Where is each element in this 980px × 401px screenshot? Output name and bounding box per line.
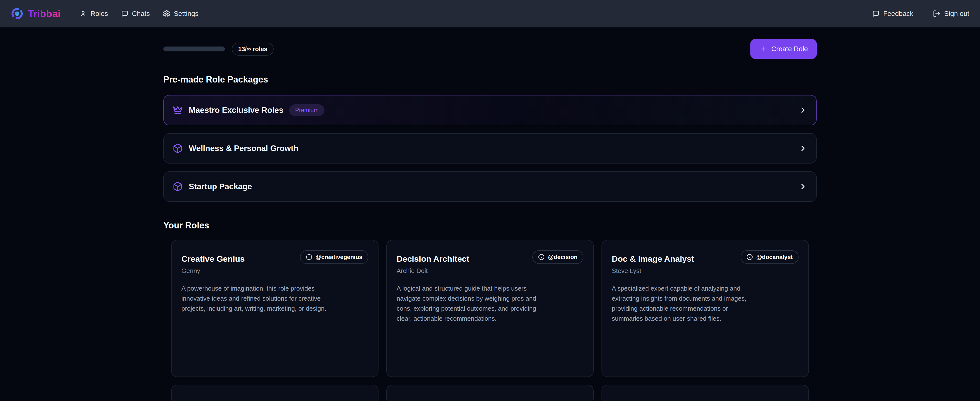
chat-bubble-icon: [872, 10, 880, 18]
top-navbar: Tribbai Roles Chats Settings Feedba: [0, 0, 980, 27]
chat-bubble-icon: [121, 10, 129, 18]
role-subtitle: Genny: [181, 267, 245, 275]
feedback-button[interactable]: Feedback: [872, 10, 913, 18]
chevron-right-icon: [799, 144, 807, 153]
package-row-maestro[interactable]: Maestro Exclusive Roles Premium: [163, 95, 817, 125]
your-roles-heading: Your Roles: [163, 220, 817, 231]
package-title: Startup Package: [189, 182, 252, 191]
sign-out-button[interactable]: Sign out: [933, 10, 969, 18]
brand-name: Tribbai: [28, 8, 60, 19]
package-icon: [173, 143, 183, 153]
package-title: Wellness & Personal Growth: [189, 144, 299, 153]
info-icon: [746, 254, 753, 260]
premium-badge: Premium: [289, 104, 325, 116]
sign-out-label: Sign out: [944, 10, 969, 18]
main-content: 13/∞ roles Create Role Pre-made Role Pac…: [163, 27, 817, 401]
card-header: Creative Genius Genny @creativegenius: [181, 250, 368, 275]
brand-logo[interactable]: Tribbai: [11, 7, 60, 20]
role-title: Doc & Image Analyst: [612, 254, 694, 264]
packages-heading: Pre-made Role Packages: [163, 74, 817, 85]
role-handle-badge[interactable]: @creativegenius: [300, 250, 368, 264]
card-header: Doc & Image Analyst Steve Lyst @docanaly…: [612, 250, 799, 275]
role-handle: @creativegenius: [316, 254, 363, 260]
sign-out-icon: [933, 10, 941, 18]
next-cards-row-cutoff: [163, 385, 817, 401]
role-title: Decision Architect: [396, 254, 469, 264]
nav-item-label: Chats: [132, 10, 150, 18]
role-handle-badge[interactable]: @docanalyst: [741, 250, 799, 264]
primary-nav: Roles Chats Settings: [79, 10, 199, 18]
role-handle: @decision: [548, 254, 578, 260]
role-description: A logical and structured guide that help…: [396, 283, 543, 324]
role-subtitle: Steve Lyst: [612, 267, 694, 275]
navbar-right: Feedback Sign out: [872, 10, 969, 18]
gear-icon: [162, 10, 170, 18]
roles-usage-progress-bar: [163, 46, 225, 51]
plus-icon: [759, 45, 767, 53]
info-icon: [306, 254, 312, 260]
package-list: Maestro Exclusive Roles Premium Wellness…: [163, 95, 817, 202]
role-handle-badge[interactable]: @decision: [532, 250, 584, 264]
role-title: Creative Genius: [181, 254, 245, 264]
role-description: A specialized expert capable of analyzin…: [612, 283, 759, 324]
role-subtitle: Archie Doit: [396, 267, 469, 275]
roles-toolbar: 13/∞ roles Create Role: [163, 39, 817, 59]
role-card-creative-genius[interactable]: Creative Genius Genny @creativegenius A …: [171, 240, 379, 377]
nav-item-label: Settings: [174, 10, 199, 18]
chevron-right-icon: [799, 182, 807, 191]
package-row-startup[interactable]: Startup Package: [163, 171, 817, 202]
nav-item-settings[interactable]: Settings: [162, 10, 199, 18]
nav-item-label: Roles: [91, 10, 108, 18]
user-icon: [79, 10, 87, 18]
role-handle: @docanalyst: [756, 254, 793, 260]
info-icon: [538, 254, 544, 260]
package-title: Maestro Exclusive Roles: [189, 105, 283, 115]
tribbai-logo-icon: [11, 7, 24, 20]
chevron-right-icon: [799, 106, 807, 115]
role-cards-grid: Creative Genius Genny @creativegenius A …: [163, 240, 817, 377]
roles-usage: 13/∞ roles: [163, 43, 274, 56]
nav-item-roles[interactable]: Roles: [79, 10, 108, 18]
role-description: A powerhouse of imagination, this role p…: [181, 283, 328, 314]
card-header: Decision Architect Archie Doit @decision: [396, 250, 584, 275]
role-card-cutoff[interactable]: [601, 385, 809, 401]
role-card-doc-image-analyst[interactable]: Doc & Image Analyst Steve Lyst @docanaly…: [601, 240, 809, 377]
role-card-cutoff[interactable]: [386, 385, 594, 401]
create-role-label: Create Role: [772, 45, 808, 53]
role-card-decision-architect[interactable]: Decision Architect Archie Doit @decision…: [386, 240, 594, 377]
feedback-label: Feedback: [883, 10, 913, 18]
nav-item-chats[interactable]: Chats: [121, 10, 150, 18]
package-row-wellness[interactable]: Wellness & Personal Growth: [163, 133, 817, 163]
crown-icon: [173, 105, 183, 115]
package-icon: [173, 181, 183, 192]
create-role-button[interactable]: Create Role: [750, 39, 817, 59]
role-card-cutoff[interactable]: [171, 385, 379, 401]
roles-count-badge: 13/∞ roles: [232, 43, 274, 56]
